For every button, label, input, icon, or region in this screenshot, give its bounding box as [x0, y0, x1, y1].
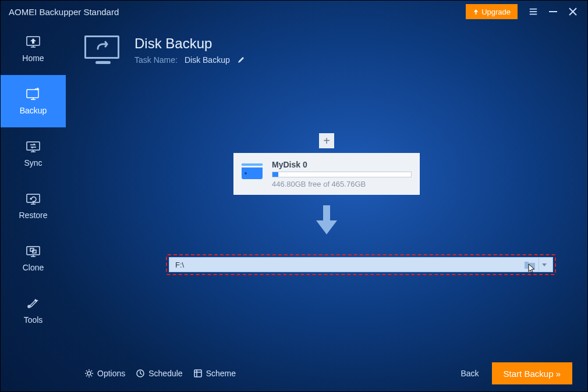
sidebar-item-home[interactable]: Home — [1, 23, 66, 75]
sidebar-label: Tools — [24, 315, 43, 325]
upgrade-button[interactable]: Upgrade — [466, 4, 518, 19]
scheme-button[interactable]: Scheme — [193, 369, 236, 378]
svg-rect-8 — [27, 90, 38, 98]
cursor-icon — [528, 263, 537, 275]
sidebar-item-backup[interactable]: Backup — [1, 75, 66, 127]
destination-highlight: F:\ — [166, 254, 556, 275]
sidebar-item-tools[interactable]: Tools — [1, 284, 66, 337]
main-area: Disk Backup Task Name: Disk Backup + MyD… — [66, 23, 587, 391]
sidebar-label: Restore — [19, 211, 47, 220]
footer-bar: Options Schedule Scheme Back Start Backu… — [66, 355, 587, 391]
svg-rect-17 — [194, 370, 201, 377]
minimize-icon[interactable] — [543, 2, 563, 22]
source-disk-card[interactable]: MyDisk 0 446.80GB free of 465.76GB — [233, 153, 420, 195]
options-button[interactable]: Options — [84, 369, 125, 378]
app-title: AOMEI Backupper Standard — [9, 7, 119, 17]
disk-free-text: 446.80GB free of 465.76GB — [272, 180, 412, 188]
svg-point-15 — [87, 372, 91, 375]
task-name-row: Task Name: Disk Backup — [134, 55, 245, 65]
title-bar: AOMEI Backupper Standard Upgrade — [1, 1, 587, 23]
task-name-label: Task Name: — [134, 55, 178, 65]
upgrade-label: Upgrade — [481, 8, 511, 16]
sidebar-label: Home — [22, 54, 44, 63]
sidebar-item-clone[interactable]: Clone — [1, 232, 66, 284]
upgrade-icon — [473, 9, 479, 15]
menu-list-icon[interactable] — [523, 2, 543, 22]
app-window: AOMEI Backupper Standard Upgrade Home Ba… — [0, 0, 588, 392]
sidebar-label: Backup — [20, 106, 47, 115]
backup-flow: + MyDisk 0 446.80GB free of 465.76GB — [66, 133, 587, 246]
schedule-button[interactable]: Schedule — [136, 369, 182, 378]
disk-icon — [242, 163, 264, 184]
destination-path-text: F:\ — [175, 261, 184, 269]
svg-rect-9 — [27, 142, 40, 150]
sidebar-label: Sync — [24, 158, 42, 168]
sidebar-label: Clone — [23, 263, 44, 272]
options-label: Options — [97, 369, 125, 378]
task-name-value: Disk Backup — [185, 55, 230, 65]
svg-rect-11 — [27, 247, 40, 255]
sidebar-item-restore[interactable]: Restore — [1, 180, 66, 232]
disk-usage-bar — [272, 172, 412, 177]
arrow-down-icon — [315, 205, 338, 237]
page-header: Disk Backup Task Name: Disk Backup — [66, 23, 587, 67]
disk-name: MyDisk 0 — [272, 160, 412, 169]
edit-task-name-icon[interactable] — [237, 56, 245, 64]
destination-dropdown-icon[interactable] — [539, 258, 549, 272]
disk-backup-icon — [84, 35, 122, 67]
add-disk-button[interactable]: + — [319, 133, 334, 148]
sidebar-item-sync[interactable]: Sync — [1, 127, 66, 180]
back-button[interactable]: Back — [461, 369, 479, 378]
start-backup-button[interactable]: Start Backup » — [492, 362, 572, 384]
page-title: Disk Backup — [134, 35, 245, 52]
sidebar: Home Backup Sync Restore Clone Tools — [1, 23, 66, 391]
scheme-label: Scheme — [206, 369, 236, 378]
destination-path-input[interactable]: F:\ — [169, 257, 553, 272]
close-icon[interactable] — [563, 2, 583, 22]
schedule-label: Schedule — [148, 369, 182, 378]
